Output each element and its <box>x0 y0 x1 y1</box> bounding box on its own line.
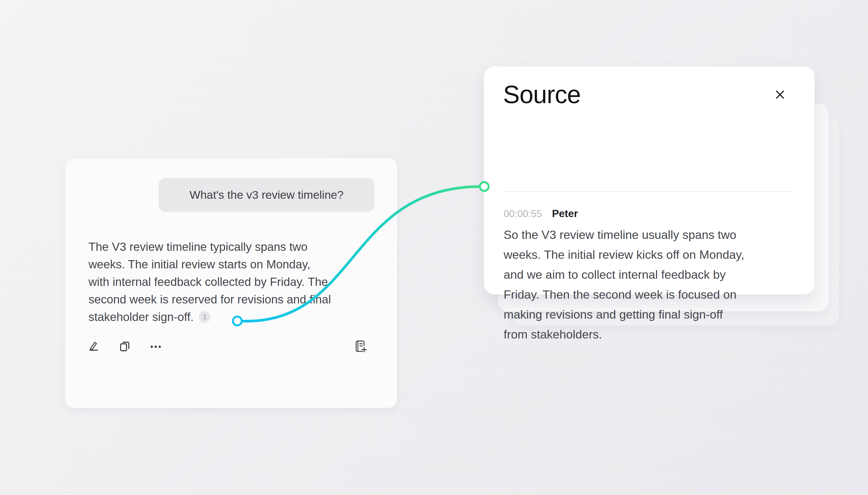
timestamp[interactable]: 00:00:55 <box>504 208 542 220</box>
speaker-name: Peter <box>552 208 578 220</box>
page-background: What's the v3 review timeline? The V3 re… <box>0 0 868 495</box>
header-divider <box>503 191 792 192</box>
message-toolbar <box>65 339 397 355</box>
more-button[interactable] <box>148 339 163 355</box>
question-text: What's the v3 review timeline? <box>189 188 343 201</box>
edit-button[interactable] <box>87 339 102 355</box>
source-panel: Source 00:00:55 Peter So the V3 review t… <box>484 66 815 294</box>
copy-button[interactable] <box>118 339 132 355</box>
close-icon <box>775 89 785 100</box>
source-quote: So the V3 review timeline usually spans … <box>504 225 799 344</box>
source-title: Source <box>503 80 581 109</box>
question-bubble: What's the v3 review timeline? <box>159 178 374 212</box>
chat-card: What's the v3 review timeline? The V3 re… <box>65 158 397 408</box>
ellipsis-icon <box>149 340 162 353</box>
source-header: Source <box>484 66 815 109</box>
copy-icon <box>119 340 131 353</box>
answer-text: The V3 review timeline typically spans t… <box>88 238 384 308</box>
close-button[interactable] <box>772 87 788 103</box>
answer-message: The V3 review timeline typically spans t… <box>88 238 384 326</box>
answer-last-line: stakeholder sign-off. <box>88 308 193 326</box>
note-add-icon <box>353 339 368 355</box>
transcript-meta: 00:00:55 Peter <box>504 208 578 220</box>
pencil-icon <box>88 340 100 353</box>
add-to-note-button[interactable] <box>353 339 368 355</box>
citation-badge[interactable]: 1 <box>199 311 210 323</box>
